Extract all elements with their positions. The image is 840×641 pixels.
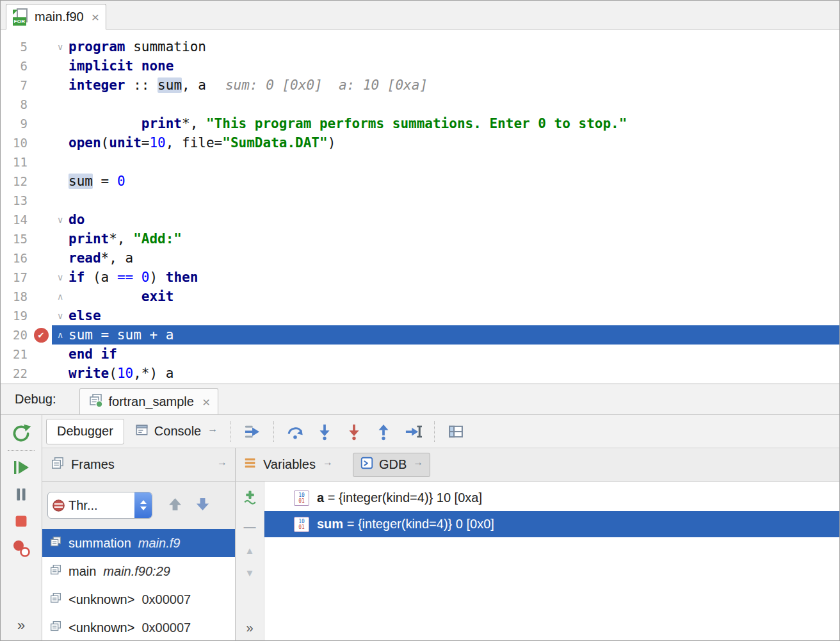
- code-text[interactable]: sum = sum + a: [69, 325, 174, 345]
- line-number[interactable]: 9: [1, 114, 30, 133]
- next-frame-button[interactable]: [194, 496, 211, 515]
- step-over-button[interactable]: [280, 418, 310, 445]
- resume-button[interactable]: [8, 454, 35, 481]
- step-into-button[interactable]: [310, 418, 339, 445]
- remove-watch-button[interactable]: —: [244, 521, 256, 533]
- code-text[interactable]: read*, a: [69, 248, 133, 268]
- breakpoint-gutter[interactable]: [30, 210, 52, 229]
- view-breakpoints-button[interactable]: [8, 535, 35, 562]
- fold-marker-icon[interactable]: ∨: [52, 268, 69, 287]
- line-number[interactable]: 16: [1, 248, 30, 268]
- fold-marker-icon[interactable]: ∧: [52, 287, 69, 306]
- fold-gutter: [52, 114, 69, 133]
- breakpoint-gutter[interactable]: ✔: [30, 325, 52, 345]
- line-number[interactable]: 17: [1, 268, 30, 287]
- tab-console[interactable]: Console →: [128, 423, 224, 441]
- breakpoint-gutter[interactable]: [30, 76, 52, 95]
- editor-tab-main-f90[interactable]: FOR main.f90 ×: [6, 4, 106, 29]
- breakpoint-gutter[interactable]: [30, 133, 52, 152]
- previous-frame-button[interactable]: [166, 496, 184, 515]
- run-to-cursor-button[interactable]: [398, 418, 428, 445]
- line-number[interactable]: 8: [1, 95, 30, 114]
- frames-options-arrow-icon[interactable]: →: [217, 457, 227, 468]
- line-number[interactable]: 14: [1, 210, 30, 229]
- breakpoint-gutter[interactable]: [30, 191, 52, 210]
- line-number[interactable]: 10: [1, 133, 30, 152]
- rerun-button[interactable]: [8, 420, 35, 447]
- force-step-into-button[interactable]: [339, 418, 369, 445]
- code-text[interactable]: exit: [69, 287, 174, 306]
- code-text[interactable]: program summation: [69, 37, 206, 56]
- line-number[interactable]: 6: [1, 56, 30, 76]
- more-watch-actions-button[interactable]: »: [246, 621, 253, 635]
- line-number[interactable]: 22: [1, 364, 30, 383]
- variable-row[interactable]: 1001sum = {integer(kind=4)} 0 [0x0]: [264, 511, 839, 537]
- tab-debugger[interactable]: Debugger: [46, 419, 124, 444]
- breakpoint-gutter[interactable]: [30, 56, 52, 76]
- show-execution-point-button[interactable]: [238, 418, 267, 445]
- breakpoint-icon[interactable]: ✔: [34, 328, 49, 343]
- code-text[interactable]: sum = 0: [69, 172, 125, 191]
- breakpoint-gutter[interactable]: [30, 248, 52, 268]
- breakpoint-gutter[interactable]: [30, 364, 52, 383]
- fold-marker-icon[interactable]: ∨: [52, 210, 69, 229]
- session-close-icon[interactable]: ×: [202, 395, 210, 409]
- breakpoint-gutter[interactable]: [30, 152, 52, 172]
- frame-row[interactable]: <unknown>0x00007: [42, 613, 235, 640]
- gdb-options-arrow-icon[interactable]: →: [413, 457, 423, 468]
- variable-row[interactable]: 1001a = {integer(kind=4)} 10 [0xa]: [264, 485, 839, 511]
- line-number[interactable]: 13: [1, 191, 30, 210]
- breakpoint-gutter[interactable]: [30, 345, 52, 364]
- code-text[interactable]: write(10,*) a: [69, 364, 174, 383]
- thread-selector-stepper[interactable]: [134, 492, 152, 519]
- variables-options-arrow-icon[interactable]: →: [323, 457, 333, 468]
- breakpoint-gutter[interactable]: [30, 268, 52, 287]
- tab-close-icon[interactable]: ×: [92, 10, 99, 24]
- breakpoint-gutter[interactable]: [30, 172, 52, 191]
- line-number[interactable]: 18: [1, 287, 30, 306]
- code-text[interactable]: else: [69, 306, 101, 325]
- frame-row[interactable]: <unknown>0x00007: [42, 585, 235, 613]
- breakpoint-gutter[interactable]: [30, 114, 52, 133]
- code-text[interactable]: do: [69, 210, 85, 229]
- breakpoint-gutter[interactable]: [30, 95, 52, 114]
- code-text[interactable]: integer :: sum, asum: 0 [0x0] a: 10 [0xa…: [69, 76, 428, 95]
- debug-session-tab[interactable]: fortran_sample ×: [79, 388, 219, 414]
- code-text[interactable]: end if: [69, 345, 117, 364]
- tab-gdb[interactable]: GDB →: [353, 453, 430, 477]
- code-text[interactable]: print*, "Add:": [69, 229, 182, 248]
- fold-marker-icon[interactable]: ∨: [52, 37, 69, 56]
- add-watch-button[interactable]: [242, 489, 258, 508]
- fold-marker-icon[interactable]: ∧: [52, 325, 69, 345]
- evaluate-expression-button[interactable]: [441, 418, 471, 445]
- breakpoint-gutter[interactable]: [30, 306, 52, 325]
- console-options-arrow-icon[interactable]: →: [207, 423, 218, 435]
- breakpoint-gutter[interactable]: [30, 229, 52, 248]
- tab-variables[interactable]: Variables: [263, 457, 316, 472]
- line-number[interactable]: 15: [1, 229, 30, 248]
- breakpoint-gutter[interactable]: [30, 287, 52, 306]
- line-number[interactable]: 21: [1, 345, 30, 364]
- code-text[interactable]: implicit none: [69, 56, 174, 76]
- move-up-button[interactable]: ▲: [245, 546, 255, 555]
- code-text[interactable]: if (a == 0) then: [69, 268, 198, 287]
- code-text[interactable]: open(unit=10, file="SumData.DAT"): [69, 133, 335, 152]
- fold-marker-icon[interactable]: ∨: [52, 306, 69, 325]
- line-number[interactable]: 19: [1, 306, 30, 325]
- stop-button[interactable]: [8, 508, 35, 535]
- move-down-button[interactable]: ▼: [245, 568, 255, 578]
- breakpoint-gutter[interactable]: [30, 37, 52, 56]
- line-number[interactable]: 11: [1, 152, 30, 172]
- step-out-button[interactable]: [369, 418, 398, 445]
- line-number[interactable]: 12: [1, 172, 30, 191]
- code-text[interactable]: print*, "This program performs summation…: [69, 114, 627, 133]
- thread-selector[interactable]: Thr...: [47, 492, 152, 519]
- code-editor[interactable]: 5∨program summation6implicit none7intege…: [1, 29, 839, 384]
- pause-button[interactable]: [8, 481, 35, 508]
- line-number[interactable]: 5: [1, 37, 30, 56]
- more-actions-button[interactable]: »: [17, 617, 25, 634]
- line-number[interactable]: 7: [1, 76, 30, 95]
- line-number[interactable]: 20: [1, 325, 30, 345]
- frame-row[interactable]: mainmain.f90:29: [42, 557, 235, 585]
- frame-row[interactable]: summationmain.f9: [42, 529, 235, 557]
